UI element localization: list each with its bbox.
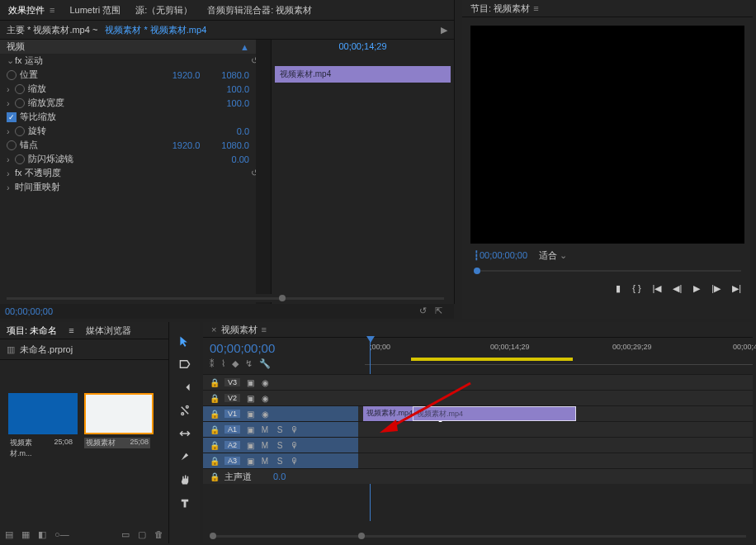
breadcrumb-master[interactable]: 主要 * 视频素材.mp4 bbox=[7, 24, 90, 36]
slip-tool[interactable] bbox=[177, 426, 192, 441]
lock-icon[interactable]: 🔒 bbox=[210, 410, 220, 419]
track-select-tool[interactable] bbox=[177, 357, 192, 372]
mark-out-icon[interactable]: { } bbox=[632, 283, 640, 294]
icon-view-icon[interactable]: ▦ bbox=[21, 529, 30, 540]
freeform-icon[interactable]: ◧ bbox=[38, 529, 46, 540]
track-a3[interactable]: 🔒A3▣MS🎙 bbox=[203, 453, 753, 468]
breadcrumb: 主要 * 视频素材.mp4 ~ 视频素材 * 视频素材.mp4 ▶ bbox=[0, 21, 454, 40]
lock-icon[interactable]: 🔒 bbox=[210, 394, 220, 403]
effect-scrollbar[interactable] bbox=[0, 294, 454, 302]
row-opacity[interactable]: ›fx 不透明度↺ Ω bbox=[0, 166, 271, 180]
tab-effect-controls[interactable]: 效果控件 bbox=[8, 4, 45, 17]
tab-project[interactable]: 项目: 未命名 bbox=[7, 325, 57, 337]
lock-icon[interactable]: 🔒 bbox=[210, 457, 220, 466]
panel-menu-icon[interactable]: ≡ bbox=[50, 5, 54, 15]
fit-dropdown[interactable]: 适合 bbox=[539, 249, 567, 262]
panel-menu-icon[interactable]: ≡ bbox=[261, 325, 266, 334]
panel-menu-icon[interactable]: ≡ bbox=[69, 325, 73, 335]
selection-tool[interactable] bbox=[177, 334, 192, 348]
row-rotation[interactable]: ›旋转0.0 bbox=[0, 124, 271, 138]
work-area-bar[interactable] bbox=[411, 358, 573, 361]
tab-sequence[interactable]: 视频素材 bbox=[221, 324, 258, 336]
settings-icon[interactable]: ↯ bbox=[245, 358, 253, 369]
track-a1[interactable]: 🔒A1▣MS🎙 bbox=[203, 421, 753, 437]
row-scale-width[interactable]: ›缩放宽度100.0 bbox=[0, 96, 271, 110]
loop-icon[interactable]: ↺ bbox=[419, 306, 427, 316]
row-scale[interactable]: ›缩放100.0 bbox=[0, 82, 271, 96]
tab-media-browser[interactable]: 媒体浏览器 bbox=[86, 325, 131, 337]
timeline-zoom-bar[interactable] bbox=[210, 532, 746, 540]
project-item[interactable]: 视频素材25;08 bbox=[84, 393, 150, 459]
snap-icon[interactable]: ⁑ bbox=[210, 358, 215, 369]
toggle-output-icon[interactable]: ▣ bbox=[245, 457, 255, 466]
row-position[interactable]: 位置1920.01080.0 bbox=[0, 68, 271, 82]
track-master[interactable]: 🔒主声道0.0 bbox=[203, 468, 753, 484]
tab-source[interactable]: 源:（无剪辑） bbox=[135, 4, 192, 17]
play-icon[interactable]: ▶ bbox=[441, 25, 447, 36]
row-flicker[interactable]: ›防闪烁滤镜0.00 bbox=[0, 152, 271, 166]
timeline-timecode[interactable]: 00;00;00;00 bbox=[210, 341, 358, 355]
tool-strip bbox=[170, 322, 200, 545]
step-back-icon[interactable]: ◀| bbox=[673, 283, 682, 294]
eye-icon[interactable]: ◉ bbox=[260, 378, 270, 387]
export-icon[interactable]: ⇱ bbox=[435, 306, 442, 316]
thumbnail[interactable] bbox=[84, 393, 154, 434]
link-icon[interactable]: ⌇ bbox=[221, 358, 225, 369]
mini-clip[interactable]: 视频素材.mp4 bbox=[275, 66, 451, 83]
go-start-icon[interactable]: |◀ bbox=[653, 283, 662, 294]
toggle-output-icon[interactable]: ▣ bbox=[245, 394, 255, 403]
timeline-ruler-area[interactable]: ;00;00 00;00;14;29 00;00;29;29 00;00;44;… bbox=[365, 338, 753, 374]
track-a2[interactable]: 🔒A2▣MS🎙 bbox=[203, 437, 753, 453]
list-view-icon[interactable]: ▤ bbox=[5, 529, 13, 540]
new-item-icon[interactable]: ▢ bbox=[138, 529, 146, 540]
toggle-output-icon[interactable]: ▣ bbox=[245, 441, 255, 450]
mic-icon[interactable]: 🎙 bbox=[290, 441, 300, 450]
eye-icon[interactable]: ◉ bbox=[260, 410, 270, 419]
program-viewer[interactable] bbox=[470, 26, 744, 244]
ripple-edit-tool[interactable] bbox=[177, 380, 192, 395]
eye-icon[interactable]: ◉ bbox=[260, 394, 270, 403]
breadcrumb-clip[interactable]: 视频素材 * 视频素材.mp4 bbox=[105, 24, 206, 36]
row-anchor[interactable]: 锚点1920.01080.0 bbox=[0, 138, 271, 152]
toggle-output-icon[interactable]: ▣ bbox=[245, 378, 255, 387]
checkbox-icon[interactable]: ✓ bbox=[7, 112, 17, 122]
tab-audio-mixer[interactable]: 音频剪辑混合器: 视频素材 bbox=[207, 4, 312, 17]
marker-icon[interactable]: ◆ bbox=[232, 358, 239, 369]
type-tool[interactable] bbox=[177, 495, 192, 510]
close-tab-icon[interactable]: × bbox=[211, 325, 216, 334]
track-v2[interactable]: 🔒V2▣◉ bbox=[203, 390, 753, 405]
program-scrubber[interactable] bbox=[474, 267, 741, 275]
track-v1[interactable]: 🔒V1▣◉ 视频素材.mp4 视频素材.mp4 -00;00;05;03 ↖ bbox=[203, 405, 753, 421]
wrench-icon[interactable]: 🔧 bbox=[259, 358, 271, 369]
mic-icon[interactable]: 🎙 bbox=[290, 457, 300, 466]
lock-icon[interactable]: 🔒 bbox=[210, 472, 220, 481]
trash-icon[interactable]: 🗑 bbox=[154, 529, 163, 540]
razor-tool[interactable] bbox=[177, 403, 192, 418]
tab-program[interactable]: 节目: 视频素材 bbox=[470, 2, 530, 15]
mark-in-icon[interactable]: ▮ bbox=[616, 283, 621, 294]
row-uniform-scale[interactable]: ✓等比缩放Ω bbox=[0, 110, 271, 124]
lock-icon[interactable]: 🔒 bbox=[210, 425, 220, 434]
mic-icon[interactable]: 🎙 bbox=[290, 425, 300, 434]
program-timecode[interactable]: 00;00;00;00 bbox=[480, 250, 527, 260]
new-bin-icon[interactable]: ▭ bbox=[121, 529, 130, 540]
thumbnail[interactable] bbox=[8, 393, 78, 434]
go-end-icon[interactable]: ▶| bbox=[732, 283, 741, 294]
effect-mini-timeline[interactable]: 00;00;14;29 视频素材.mp4 bbox=[271, 40, 454, 304]
pen-tool[interactable] bbox=[177, 449, 192, 464]
play-icon[interactable]: ▶ bbox=[693, 283, 700, 294]
row-video-header[interactable]: 视频▲ bbox=[0, 40, 271, 54]
panel-menu-icon[interactable]: ≡ bbox=[533, 3, 538, 13]
toggle-output-icon[interactable]: ▣ bbox=[245, 410, 255, 419]
row-time-remap[interactable]: ›时间重映射 bbox=[0, 180, 271, 194]
lock-icon[interactable]: 🔒 bbox=[210, 378, 220, 387]
step-fwd-icon[interactable]: |▶ bbox=[711, 283, 721, 294]
project-item[interactable]: 视频素材.m...25;08 bbox=[8, 393, 74, 459]
track-v3[interactable]: 🔒V3▣◉ bbox=[203, 374, 753, 390]
hand-tool[interactable] bbox=[177, 472, 192, 487]
tab-lumetri[interactable]: Lumetri 范围 bbox=[69, 4, 120, 17]
toggle-output-icon[interactable]: ▣ bbox=[245, 425, 255, 434]
lock-icon[interactable]: 🔒 bbox=[210, 441, 220, 450]
zoom-slider[interactable]: ○— bbox=[54, 529, 69, 540]
row-motion[interactable]: ⌄fx 运动↺ Ω bbox=[0, 54, 271, 68]
